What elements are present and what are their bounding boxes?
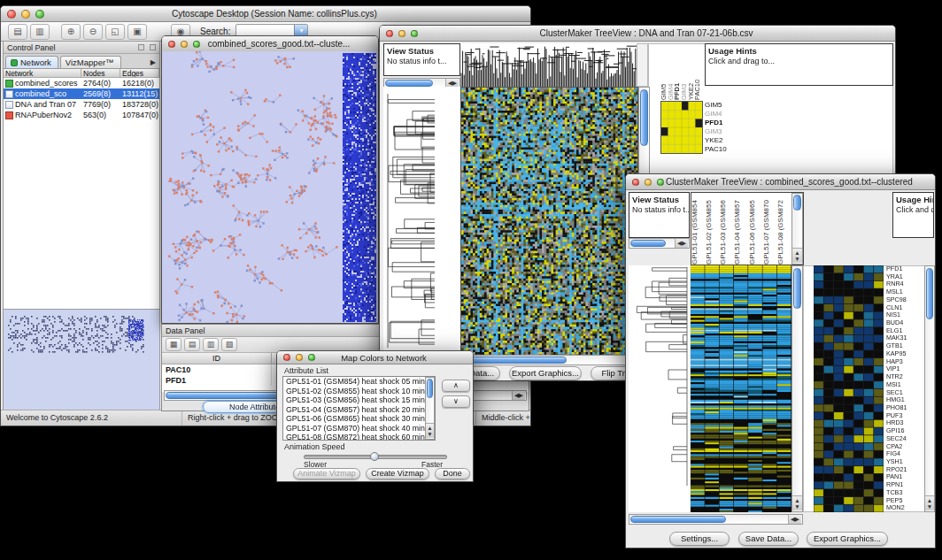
close-button[interactable] [632, 179, 639, 186]
network-overview-thumbnail[interactable] [4, 311, 158, 413]
maximize-button[interactable] [308, 354, 315, 361]
close-panel-icon[interactable] [150, 44, 156, 50]
vscroll-thumb[interactable] [793, 195, 801, 211]
gene-label[interactable]: MON2 [886, 504, 924, 512]
hscroll-thumb[interactable] [385, 80, 433, 87]
zoom-row-label[interactable]: GIM4 [705, 110, 740, 119]
list-vscrollbar[interactable]: ▲▼ [425, 377, 435, 440]
gene-label[interactable]: HMG1 [886, 396, 924, 404]
row-dendrogram[interactable] [629, 265, 690, 512]
create-attribute-icon[interactable]: ▤ [184, 338, 200, 351]
gene-label[interactable]: KAP95 [886, 350, 924, 358]
gene-label[interactable]: ELG1 [886, 327, 924, 335]
attribute-item[interactable]: GPL51-02 (GSM855) heat shock 10 min [283, 387, 435, 396]
hscroll-thumb[interactable] [462, 357, 567, 364]
minimize-button[interactable] [181, 41, 188, 48]
network-list-row[interactable]: combined_sco 2569(8) 13112(15) [4, 88, 159, 99]
zoom-row-label[interactable]: PFD1 [705, 119, 740, 127]
close-button[interactable] [168, 41, 175, 48]
zoom-in-icon[interactable]: ⊕ [61, 24, 81, 40]
column-dendrogram[interactable] [460, 43, 637, 87]
column-id[interactable]: ID [162, 353, 272, 364]
heatmap-vscrollbar[interactable]: ▲▼ [791, 265, 803, 512]
move-down-button[interactable]: ∨ [442, 395, 470, 408]
gene-label[interactable]: MSI1 [886, 381, 924, 389]
gene-label[interactable]: MSL1 [886, 288, 924, 296]
gene-label[interactable]: SEC1 [886, 389, 924, 397]
gene-label[interactable]: PFD1 [886, 265, 924, 273]
gene-label[interactable]: VIP1 [886, 365, 924, 373]
create-vizmap-button[interactable]: Create Vizmap [366, 468, 429, 479]
gene-label[interactable]: PUF3 [886, 412, 924, 420]
maximize-button[interactable] [193, 41, 200, 48]
gene-label[interactable]: PEP5 [886, 497, 924, 505]
scroll-up-down-icons[interactable]: ▲▼ [792, 248, 802, 263]
gene-label[interactable]: HAP3 [886, 358, 924, 366]
gene-label[interactable]: MAK31 [886, 334, 924, 342]
attribute-item[interactable]: GPL51-07 (GSM870) heat shock 40 min [283, 424, 435, 433]
network-list-row[interactable]: DNA and Tran 07 7769(0) 183728(0) [4, 99, 159, 110]
main-titlebar[interactable]: Cytoscape Desktop (Session Name: collins… [1, 6, 530, 22]
gene-label[interactable]: YSH1 [886, 458, 924, 466]
attribute-item[interactable]: GPL51-04 (GSM857) heat shock 20 min [283, 405, 435, 415]
close-button[interactable] [283, 354, 290, 361]
minimize-button[interactable] [645, 179, 652, 186]
open-session-icon[interactable]: ▤ [8, 24, 27, 40]
scroll-up-down-icons[interactable]: ▲▼ [792, 495, 802, 510]
hscroll-thumb[interactable] [630, 516, 726, 523]
gene-label[interactable]: RNR4 [886, 280, 924, 288]
attribute-matrix-icon[interactable]: ▧ [221, 338, 237, 351]
select-attributes-icon[interactable]: ▦ [166, 338, 181, 351]
scroll-left-right-icons[interactable]: ◀▶ [788, 515, 801, 524]
gene-label[interactable]: NIS1 [886, 311, 924, 319]
treeview-combined-titlebar[interactable]: ClusterMaker TreeView : combined_scores_… [626, 174, 935, 190]
zoom-row-label[interactable]: GIM5 [705, 101, 740, 110]
minimize-button[interactable] [21, 10, 30, 19]
gene-label[interactable]: RPO21 [886, 466, 924, 474]
gene-label[interactable]: GPI16 [886, 427, 924, 435]
vscroll-thumb[interactable] [427, 379, 433, 398]
column-nodes[interactable]: Nodes [81, 69, 120, 78]
export-graphics-button[interactable]: Export Graphics... [509, 366, 582, 380]
dialog-titlebar[interactable]: Map Colors to Network [277, 351, 473, 364]
gene-label[interactable]: SPC98 [886, 296, 924, 304]
network-list-row[interactable]: RNAPuberNov2 563(0) 107847(0) [4, 110, 159, 120]
column-network[interactable]: Network [4, 69, 81, 78]
attribute-item[interactable]: GPL51-08 (GSM872) heat shock 60 min [283, 433, 435, 441]
close-button[interactable] [386, 30, 393, 37]
zoom-selected-icon[interactable]: ◱ [105, 24, 125, 40]
save-session-icon[interactable]: ▥ [30, 24, 50, 40]
settings-button[interactable]: Settings... [669, 532, 730, 546]
gene-label[interactable]: HRD3 [886, 419, 924, 427]
zoom-out-icon[interactable]: ⊖ [83, 24, 103, 40]
close-button[interactable] [7, 10, 16, 19]
minimize-button[interactable] [296, 354, 303, 361]
maximize-button[interactable] [657, 179, 664, 186]
heatmap-zoom-view[interactable] [814, 265, 884, 512]
gene-label[interactable]: CLN1 [886, 304, 924, 312]
float-panel-icon[interactable] [138, 44, 144, 50]
column-edges[interactable]: Edges [120, 69, 159, 78]
tab-overflow-button[interactable]: ▶ [151, 58, 159, 68]
scroll-up-down-icons[interactable]: ▲▼ [925, 495, 934, 510]
heatmap-global-view[interactable] [691, 265, 791, 512]
zoom-row-label[interactable]: PAC10 [705, 145, 740, 154]
network-list-row[interactable]: combined_scores 2764(0) 16218(0) [4, 78, 159, 88]
heatmap-zoom-view[interactable] [660, 101, 703, 154]
animation-speed-slider[interactable] [304, 455, 447, 459]
attribute-item[interactable]: GPL51-06 (GSM865) heat shock 30 min [283, 414, 435, 424]
save-data-button[interactable]: Save Data... [738, 532, 799, 546]
treeview-dna-titlebar[interactable]: ClusterMaker TreeView : DNA and Tran 07-… [380, 26, 895, 42]
network-view-titlebar[interactable]: combined_scores_good.txt--cluste... [162, 36, 378, 52]
labels-vscrollbar[interactable]: ▲▼ [791, 193, 803, 265]
hscroll-thumb[interactable] [630, 240, 666, 247]
zoom-vscrollbar[interactable]: ▲▼ [924, 265, 935, 512]
zoom-fit-icon[interactable]: ▣ [127, 24, 147, 40]
gene-label[interactable]: PAN1 [886, 473, 924, 481]
network-graph-canvas[interactable] [162, 51, 378, 323]
vscroll-thumb[interactable] [926, 268, 933, 319]
heatmap-hscrollbar[interactable]: ◀▶ [629, 514, 803, 525]
vscroll-thumb[interactable] [793, 268, 801, 309]
gene-label[interactable]: NTR2 [886, 373, 924, 381]
gene-label[interactable]: BUD4 [886, 319, 924, 327]
